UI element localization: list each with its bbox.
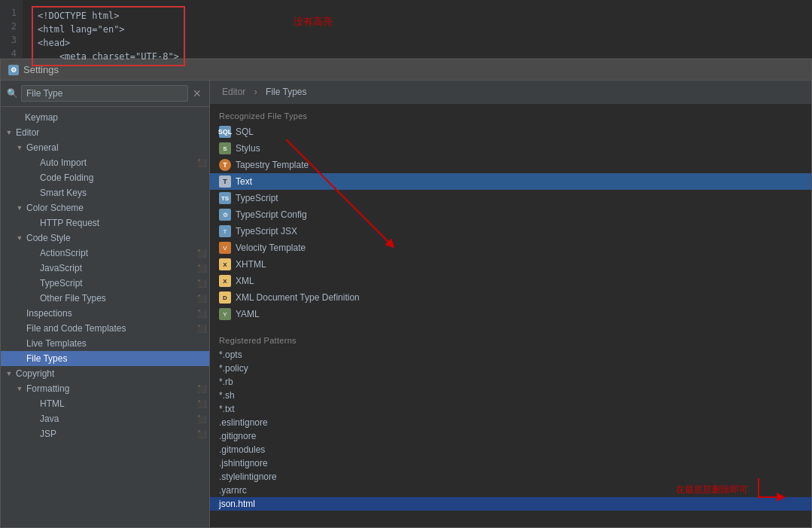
tapestry-icon: T	[219, 159, 231, 171]
typescript-jsx-icon: T	[219, 225, 231, 237]
inspections-label: Inspections	[25, 307, 197, 319]
formatting-ext-icon: ⬛	[197, 385, 206, 393]
typescript-ft-label: TypeScript	[236, 193, 802, 203]
editor-arrow: ▼	[4, 129, 14, 136]
file-type-text[interactable]: T Text	[210, 173, 811, 190]
file-type-velocity[interactable]: V Velocity Template	[210, 240, 811, 256]
sidebar-item-auto-import[interactable]: Auto Import ⬛	[1, 155, 209, 170]
jsp-ext-icon: ⬛	[197, 430, 206, 438]
sidebar-item-jsp[interactable]: JSP ⬛	[1, 426, 209, 441]
file-type-xml-dtd[interactable]: D XML Document Type Definition	[210, 289, 811, 306]
formatting-label: Formatting	[25, 383, 197, 395]
sidebar-item-java[interactable]: Java ⬛	[1, 411, 209, 426]
file-type-typescript-jsx[interactable]: T TypeScript JSX	[210, 223, 811, 240]
xml-dtd-label: XML Document Type Definition	[236, 292, 802, 303]
copyright-label: Copyright	[14, 368, 209, 380]
breadcrumb: Editor › File Types	[210, 81, 811, 104]
pattern-gitignore[interactable]: .gitignore	[210, 429, 811, 443]
pattern-jshintignore[interactable]: .jshintignore	[210, 456, 811, 470]
search-input[interactable]	[21, 85, 188, 102]
html-ext-icon: ⬛	[197, 400, 206, 408]
sidebar-item-actionscript[interactable]: ActionScript ⬛	[1, 246, 209, 261]
color-scheme-label: Color Scheme	[25, 202, 209, 214]
actionscript-label: ActionScript	[38, 247, 197, 259]
xhtml-label: XHTML	[236, 259, 802, 270]
live-templates-label: Live Templates	[25, 337, 209, 349]
pattern-opts[interactable]: *.opts	[210, 348, 811, 362]
sidebar-item-other-file-types[interactable]: Other File Types ⬛	[1, 291, 209, 306]
settings-icon: ⚙	[8, 65, 19, 75]
no-highlight-annotation: 没有高亮	[293, 15, 333, 29]
file-type-typescript-config[interactable]: ⚙ TypeScript Config	[210, 206, 811, 223]
sidebar-item-formatting[interactable]: ▼ Formatting ⬛	[1, 381, 209, 396]
other-file-types-label: Other File Types	[38, 292, 197, 304]
sidebar-item-http-request[interactable]: HTTP Request	[1, 215, 209, 230]
keymap-label: Keymap	[23, 111, 209, 124]
smart-keys-label: Smart Keys	[38, 187, 209, 199]
sidebar-item-copyright[interactable]: ▼ Copyright	[1, 366, 209, 381]
sidebar-item-general[interactable]: ▼ General	[1, 140, 209, 155]
sidebar-item-inspections[interactable]: Inspections ⬛	[1, 306, 209, 321]
code-editor: 1 2 3 4 <!DOCTYPE html> <html lang="en">…	[0, 0, 812, 59]
sidebar-item-code-style[interactable]: ▼ Code Style	[1, 230, 209, 246]
stylus-label: Stylus	[236, 143, 802, 154]
code-style-label: Code Style	[25, 232, 209, 244]
pattern-txt[interactable]: *.txt	[210, 402, 811, 416]
file-type-xml[interactable]: X XML	[210, 273, 811, 289]
file-type-stylus[interactable]: S Stylus	[210, 140, 811, 157]
file-type-tapestry[interactable]: T Tapestry Template	[210, 157, 811, 173]
typescript-config-label: TypeScript Config	[236, 209, 802, 220]
breadcrumb-separator: ›	[254, 87, 260, 97]
settings-body: 🔍 ✕ Keymap ▼ Editor	[1, 81, 811, 527]
sidebar-item-smart-keys[interactable]: Smart Keys	[1, 185, 209, 200]
annotation-text-bottom: 在最底层删除即可	[676, 484, 748, 496]
typescript-jsx-label: TypeScript JSX	[236, 226, 802, 237]
clear-search-button[interactable]: ✕	[191, 87, 203, 99]
sidebar-item-javascript[interactable]: JavaScript ⬛	[1, 261, 209, 276]
search-icon: 🔍	[7, 88, 18, 99]
patterns-section: *.opts *.policy *.rb *.sh *.txt .eslinti…	[210, 348, 811, 526]
file-type-xhtml[interactable]: X XHTML	[210, 256, 811, 273]
code-line-1: <!DOCTYPE html>	[38, 9, 179, 23]
pattern-rb[interactable]: *.rb	[210, 375, 811, 389]
auto-import-ext-icon: ⬛	[197, 159, 206, 167]
color-scheme-arrow: ▼	[14, 204, 25, 212]
file-type-yaml[interactable]: Y YAML	[210, 306, 811, 322]
xml-dtd-icon: D	[219, 291, 231, 304]
copyright-arrow: ▼	[4, 370, 14, 377]
sidebar-item-live-templates[interactable]: Live Templates	[1, 336, 209, 351]
general-label: General	[25, 142, 209, 154]
sidebar-item-editor[interactable]: ▼ Editor	[1, 125, 209, 140]
pattern-sh[interactable]: *.sh	[210, 389, 811, 402]
bottom-annotation: 在最底层删除即可	[676, 475, 796, 505]
javascript-ext-icon: ⬛	[197, 264, 206, 273]
sidebar-item-color-scheme[interactable]: ▼ Color Scheme	[1, 200, 209, 215]
auto-import-label: Auto Import	[38, 157, 197, 169]
pattern-eslintignore[interactable]: .eslintignore	[210, 416, 811, 429]
pattern-policy[interactable]: *.policy	[210, 362, 811, 375]
sidebar: 🔍 ✕ Keymap ▼ Editor	[1, 81, 210, 527]
pattern-gitmodules[interactable]: .gitmodules	[210, 443, 811, 456]
sidebar-item-file-types[interactable]: File Types	[1, 351, 209, 366]
breadcrumb-current: File Types	[266, 87, 306, 97]
sidebar-item-code-folding[interactable]: Code Folding	[1, 170, 209, 185]
sidebar-item-typescript[interactable]: TypeScript ⬛	[1, 276, 209, 291]
java-ext-icon: ⬛	[197, 415, 206, 423]
javascript-label: JavaScript	[38, 262, 197, 274]
sidebar-item-html[interactable]: HTML ⬛	[1, 396, 209, 411]
breadcrumb-parent: Editor	[222, 87, 245, 97]
inspections-ext-icon: ⬛	[197, 310, 206, 318]
file-type-typescript[interactable]: TS TypeScript	[210, 190, 811, 206]
code-content: <!DOCTYPE html> <html lang="en"> <head> …	[23, 0, 812, 58]
xml-icon: X	[219, 275, 231, 287]
formatting-arrow: ▼	[14, 385, 25, 392]
sidebar-item-keymap[interactable]: Keymap	[1, 110, 209, 125]
file-code-templates-label: File and Code Templates	[25, 322, 197, 334]
typescript-ext-icon: ⬛	[197, 279, 206, 288]
registered-patterns-label: Registered Patterns	[210, 328, 811, 348]
file-type-sql[interactable]: SQL SQL	[210, 124, 811, 140]
xhtml-icon: X	[219, 258, 231, 270]
sidebar-item-file-code-templates[interactable]: File and Code Templates ⬛	[1, 321, 209, 336]
red-arrow-svg	[751, 475, 796, 505]
html-label: HTML	[38, 398, 197, 410]
